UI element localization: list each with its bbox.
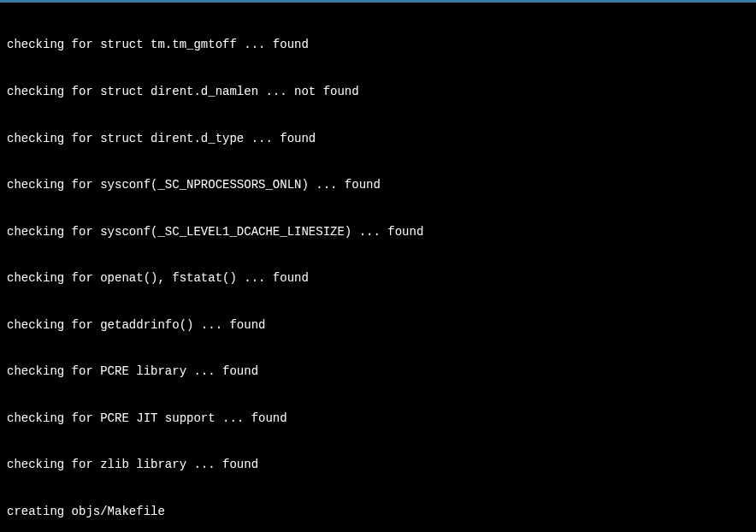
output-line: checking for PCRE library ... found: [7, 364, 749, 379]
output-line: checking for struct tm.tm_gmtoff ... fou…: [7, 37, 749, 52]
output-line: checking for struct dirent.d_namlen ... …: [7, 84, 749, 99]
output-line: checking for sysconf(_SC_NPROCESSORS_ONL…: [7, 177, 749, 192]
output-line: creating objs/Makefile: [7, 504, 749, 519]
output-line: checking for sysconf(_SC_LEVEL1_DCACHE_L…: [7, 224, 749, 239]
output-line: checking for struct dirent.d_type ... fo…: [7, 131, 749, 146]
output-line: checking for getaddrinfo() ... found: [7, 317, 749, 333]
output-line: checking for PCRE JIT support ... found: [7, 411, 749, 426]
output-line: checking for zlib library ... found: [7, 457, 749, 472]
output-line: checking for openat(), fstatat() ... fou…: [7, 270, 749, 286]
terminal-output[interactable]: checking for struct tm.tm_gmtoff ... fou…: [0, 3, 756, 532]
